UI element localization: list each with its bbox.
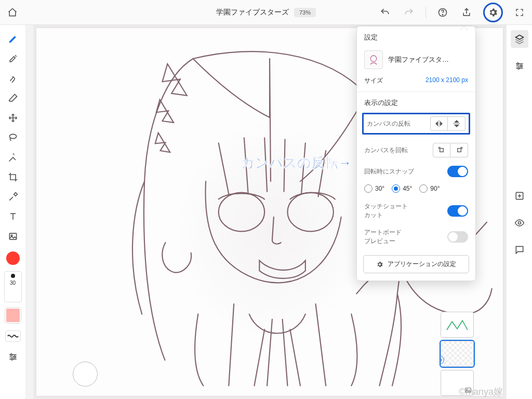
flip-horizontal-button[interactable]	[430, 116, 448, 131]
lasso-tool[interactable]	[4, 129, 22, 147]
top-bar: 学園ファイブスターズ 73%	[0, 0, 532, 25]
undo-icon[interactable]	[378, 5, 392, 20]
view-section-title: 表示の設定	[357, 92, 475, 111]
layer-thumbnails	[438, 312, 476, 396]
angle-30-label: 30°	[375, 185, 384, 192]
svg-rect-3	[9, 233, 16, 240]
home-icon[interactable]	[5, 5, 20, 20]
fill-tool[interactable]	[4, 149, 22, 166]
svg-point-8	[219, 193, 265, 232]
document-row[interactable]: 学園ファイブスタ…	[357, 46, 475, 73]
main-area: 30	[0, 25, 532, 399]
angle-30[interactable]: 30°	[364, 184, 384, 193]
angle-45[interactable]: 45°	[392, 184, 412, 193]
transform-tool[interactable]	[4, 109, 22, 127]
artboard-preview-label: アートボード プレビュー	[364, 228, 402, 246]
size-label: サイズ	[364, 76, 383, 85]
angle-90-label: 90°	[430, 185, 440, 192]
sliders-icon[interactable]	[4, 348, 22, 366]
layer-image-icon	[464, 387, 472, 394]
angle-45-label: 45°	[403, 185, 412, 192]
adjustments-panel-icon[interactable]	[511, 57, 528, 75]
app-settings-label: アプリケーションの設定	[388, 260, 456, 269]
document-name: 学園ファイブスタ…	[388, 55, 468, 64]
app-root: 学園ファイブスターズ 73%	[0, 0, 532, 399]
snap-row: 回転時にスナップ	[357, 162, 475, 181]
snap-label: 回転時にスナップ	[364, 167, 414, 176]
canvas-flip-row-highlighted: カンバスの反転	[362, 113, 470, 135]
svg-point-16	[517, 63, 518, 64]
settings-gear-highlighted[interactable]	[483, 3, 503, 22]
brush-size-preview[interactable]: 30	[4, 271, 22, 302]
svg-point-7	[11, 358, 12, 360]
size-value[interactable]: 2100 x 2100 px	[425, 76, 468, 85]
eyedropper-tool[interactable]	[4, 188, 22, 206]
layer-thumb-3[interactable]	[441, 370, 474, 396]
comments-icon[interactable]	[511, 241, 528, 259]
pixel-brush-tool[interactable]	[4, 30, 22, 48]
place-image-tool[interactable]	[4, 228, 22, 245]
svg-point-20	[518, 222, 521, 224]
visibility-icon[interactable]	[511, 214, 528, 232]
settings-title: 設定	[357, 26, 475, 46]
svg-point-17	[520, 65, 522, 66]
svg-rect-11	[440, 149, 444, 152]
crop-tool[interactable]	[4, 168, 22, 186]
rotate-buttons	[433, 143, 468, 157]
snap-angle-row: 30° 45° 90°	[357, 181, 475, 198]
rotate-ccw-button[interactable]	[433, 143, 450, 157]
settings-popover: 設定 学園ファイブスタ… サイズ 2100 x 2100 px 表示の設定 カン…	[356, 26, 476, 281]
zoom-level[interactable]: 73%	[294, 8, 316, 17]
topbar-right	[378, 3, 527, 22]
share-icon[interactable]	[459, 5, 474, 20]
redo-icon[interactable]	[402, 5, 416, 20]
svg-point-13	[441, 358, 442, 362]
fullscreen-icon[interactable]	[512, 5, 527, 20]
brush-size-value: 30	[10, 280, 16, 286]
canvas-viewport[interactable]: カンバスの反転→ 設定 学園ファイブスタ… サイズ 2100 x 2100 px…	[33, 25, 506, 399]
title-group: 学園ファイブスターズ 73%	[216, 8, 316, 17]
document-title: 学園ファイブスターズ	[216, 8, 289, 17]
separator	[425, 7, 426, 18]
svg-point-1	[442, 14, 443, 15]
svg-point-18	[517, 68, 519, 69]
flip-label: カンバスの反転	[367, 119, 410, 128]
add-panel-icon[interactable]	[511, 187, 528, 205]
eraser-tool[interactable]	[4, 89, 22, 107]
brush-dynamics[interactable]	[5, 330, 21, 342]
help-icon[interactable]	[435, 5, 450, 20]
angle-90[interactable]: 90°	[419, 184, 440, 193]
snap-toggle[interactable]	[447, 166, 468, 177]
rotate-cw-button[interactable]	[450, 143, 468, 157]
text-tool[interactable]	[4, 208, 22, 225]
color-swatch[interactable]	[5, 308, 21, 323]
document-thumbnail	[364, 50, 383, 69]
layer-thumb-1[interactable]	[441, 312, 474, 338]
smudge-tool[interactable]	[4, 70, 22, 87]
touch-shortcut-toggle[interactable]	[447, 205, 468, 217]
layer-link-icon	[441, 356, 444, 364]
svg-rect-12	[457, 149, 461, 152]
svg-point-9	[287, 193, 334, 232]
flip-vertical-button[interactable]	[448, 116, 466, 131]
canvas-rotate-row: カンバスを回転	[357, 139, 475, 162]
svg-point-10	[370, 56, 377, 62]
brush-tool[interactable]	[4, 50, 22, 68]
svg-point-2	[9, 134, 16, 138]
brush-dot	[11, 274, 15, 278]
touch-shortcut-label: タッチショート カット	[364, 202, 408, 220]
foreground-color[interactable]	[6, 251, 20, 265]
layers-panel-icon[interactable]	[511, 30, 528, 48]
size-row: サイズ 2100 x 2100 px	[357, 73, 475, 91]
left-edge-strip	[26, 25, 33, 399]
svg-point-5	[10, 354, 12, 355]
artboard-preview-toggle[interactable]	[447, 231, 468, 243]
touch-shortcut-row: タッチショート カット	[357, 198, 475, 224]
layer-thumb-2[interactable]	[441, 341, 474, 367]
app-settings-button[interactable]: アプリケーションの設定	[363, 255, 469, 273]
touch-shortcut-ring[interactable]	[73, 362, 98, 387]
left-toolbar: 30	[0, 25, 26, 399]
right-toolbar	[506, 25, 532, 399]
svg-point-6	[14, 356, 15, 357]
rotate-label: カンバスを回転	[364, 146, 408, 155]
